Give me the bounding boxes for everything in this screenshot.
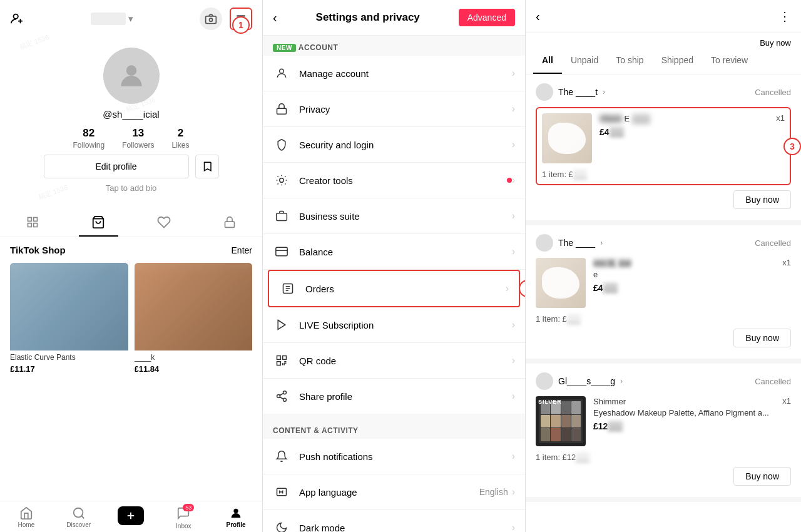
nav-discover[interactable]: Discover xyxy=(53,506,105,529)
language-icon xyxy=(273,483,290,501)
shield-settings-icon xyxy=(273,136,290,153)
edit-profile-button[interactable]: Edit profile xyxy=(44,155,189,178)
orders-back-button[interactable]: ‹ xyxy=(536,9,540,24)
seller-2-avatar xyxy=(536,234,553,252)
order-2-header: The ____ › Cancelled xyxy=(536,234,791,252)
tab-shipped[interactable]: Shipped xyxy=(653,48,702,74)
seller-3-chevron: › xyxy=(620,377,623,386)
settings-back-button[interactable]: ‹ xyxy=(273,11,277,25)
settings-item-security[interactable]: Security and login › xyxy=(263,127,525,163)
settings-header: ‹ Settings and privacy Advanced xyxy=(263,0,525,36)
settings-title: Settings and privacy xyxy=(316,11,420,24)
camera-button[interactable] xyxy=(200,8,222,30)
order-1-status: Cancelled xyxy=(755,88,791,97)
settings-item-share-profile[interactable]: Share profile › xyxy=(263,379,525,414)
order-1-total: 1 item: £___ xyxy=(542,170,587,179)
seller-1-chevron: › xyxy=(603,88,605,96)
orders-menu-button[interactable]: ⋮ xyxy=(778,9,791,24)
chevron-icon-10: › xyxy=(512,391,515,402)
settings-item-dark-mode[interactable]: Dark mode › xyxy=(263,510,525,532)
security-label: Security and login xyxy=(299,140,512,150)
order-2-buy-now-button[interactable]: Buy now xyxy=(733,329,791,347)
order-3-buy-now-button[interactable]: Buy now xyxy=(733,467,791,486)
eyeshadow-palette xyxy=(539,399,583,443)
order-2-product-name: min B, izere xyxy=(593,258,775,280)
shop-item-2-price: £11.84 xyxy=(135,364,253,374)
settings-item-business-suite[interactable]: Business suite › xyxy=(263,198,525,234)
orders-header: ‹ ⋮ xyxy=(526,0,801,33)
shop-item-2-name: ____k xyxy=(135,350,253,364)
order-1-highlighted-box: Vitami E ____ £4___ x1 1 item: £___ 3 xyxy=(536,107,791,185)
chevron-icon-5: › xyxy=(512,210,515,222)
lock-settings-icon xyxy=(273,100,290,118)
likes-label: Likes xyxy=(172,141,190,150)
followers-stat: 13 Followers xyxy=(122,127,154,150)
settings-item-manage-account[interactable]: Manage account › xyxy=(263,56,525,91)
tab-all[interactable]: All xyxy=(533,48,562,74)
svg-rect-9 xyxy=(28,223,32,227)
svg-rect-28 xyxy=(277,356,281,360)
seller-3-avatar xyxy=(536,372,553,390)
svg-point-20 xyxy=(280,178,284,183)
svg-rect-8 xyxy=(34,218,38,222)
bookmark-button[interactable] xyxy=(195,155,219,178)
nav-profile[interactable]: Profile xyxy=(210,506,262,529)
wallet-icon xyxy=(273,243,290,260)
settings-item-orders[interactable]: Orders › xyxy=(268,270,520,307)
add-user-area[interactable] xyxy=(10,12,24,26)
following-count: 82 xyxy=(83,127,94,140)
live-sub-icon xyxy=(273,316,290,334)
order-2-details: min B, izere £4___ xyxy=(593,258,775,293)
chevron-icon-4: › xyxy=(512,175,515,186)
nav-home[interactable]: Home xyxy=(0,506,53,529)
tab-shop[interactable] xyxy=(66,208,131,237)
qr-code-icon xyxy=(273,352,290,369)
orders-tabs: All Unpaid To ship Shipped To review xyxy=(526,48,801,74)
order-1-buy-now-button[interactable]: Buy now xyxy=(733,190,791,209)
tab-to-ship[interactable]: To ship xyxy=(607,48,652,74)
svg-point-6 xyxy=(126,65,136,76)
order-2-footer: 1 item: £___ xyxy=(536,314,791,324)
tab-grid[interactable] xyxy=(0,208,66,237)
tab-liked[interactable] xyxy=(131,208,197,237)
username-dropdown[interactable]: ‍ ▾ xyxy=(91,13,133,25)
orders-item-wrap: Orders › 2 xyxy=(263,270,525,307)
tab-to-review[interactable]: To review xyxy=(702,48,757,74)
settings-item-privacy[interactable]: Privacy › xyxy=(263,91,525,127)
bottom-navigation: Home Discover 53 Inbox xyxy=(0,501,262,532)
order-card-3: Gl____s____g › Cancelled SILVER xyxy=(526,364,801,502)
settings-item-push-notifications[interactable]: Push notifications › xyxy=(263,439,525,474)
business-suite-label: Business suite xyxy=(299,211,512,222)
settings-item-balance[interactable]: Balance › xyxy=(263,234,525,270)
settings-item-creator-tools[interactable]: Creator tools › xyxy=(263,163,525,198)
bio-placeholder[interactable]: Tap to add bio xyxy=(106,183,157,193)
svg-point-17 xyxy=(233,509,238,513)
new-badge: New xyxy=(273,44,296,52)
settings-item-live-sub[interactable]: LIVE Subscription › xyxy=(263,307,525,343)
svg-rect-10 xyxy=(34,223,38,227)
shop-item-2[interactable]: ____k £11.84 xyxy=(135,263,253,374)
annotation-3-badge: 3 xyxy=(783,138,801,155)
inbox-wrap: 53 xyxy=(176,506,190,521)
order-1-details: Vitami E ____ £4___ xyxy=(599,113,768,137)
advanced-button[interactable]: Advanced xyxy=(459,9,515,26)
svg-rect-1 xyxy=(206,16,217,24)
menu-button[interactable]: 1 xyxy=(230,8,252,30)
settings-item-qr-code[interactable]: QR code › xyxy=(263,343,525,379)
balance-label: Balance xyxy=(299,247,512,257)
shop-item-1[interactable]: Elastic Curve Pants £11.17 xyxy=(10,263,128,374)
svg-rect-30 xyxy=(277,362,281,366)
settings-item-app-language[interactable]: App language English › xyxy=(263,474,525,510)
tab-unpaid[interactable]: Unpaid xyxy=(562,48,607,74)
nav-create[interactable] xyxy=(105,506,158,529)
grid-icon xyxy=(26,216,39,228)
nav-inbox[interactable]: 53 Inbox xyxy=(157,506,210,529)
app-language-label: App language xyxy=(299,487,479,498)
tab-locked[interactable] xyxy=(196,208,262,237)
top-buy-now-button[interactable]: Buy now xyxy=(760,38,791,48)
shop-item-1-name: Elastic Curve Pants xyxy=(10,350,128,364)
chevron-icon-3: › xyxy=(512,139,515,150)
shop-title: TikTok Shop xyxy=(10,245,66,255)
shop-enter-button[interactable]: Enter xyxy=(232,245,252,255)
create-button[interactable] xyxy=(118,506,144,525)
